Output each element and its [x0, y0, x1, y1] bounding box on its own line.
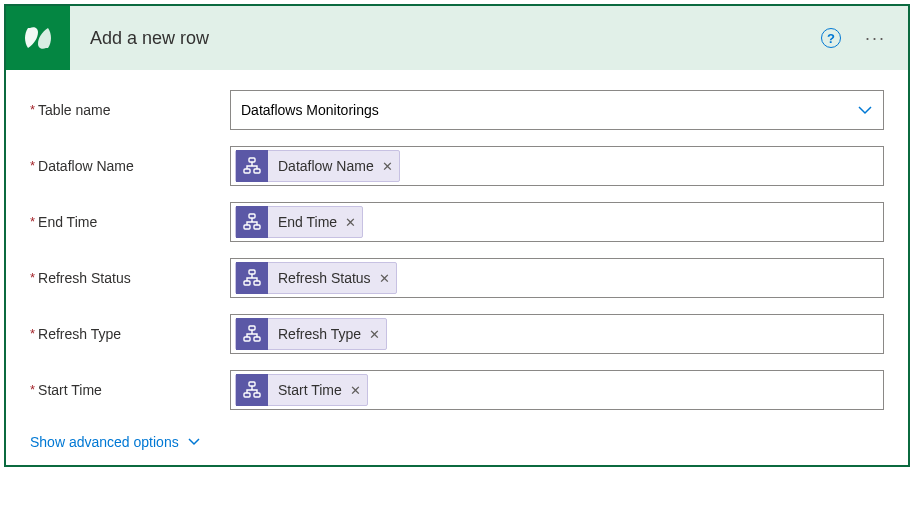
- dynamic-content-icon: [236, 374, 268, 406]
- svg-rect-0: [249, 158, 255, 162]
- dynamic-content-icon: [236, 150, 268, 182]
- svg-rect-6: [249, 270, 255, 274]
- required-marker: *: [30, 158, 35, 173]
- required-marker: *: [30, 102, 35, 117]
- label-text: Refresh Type: [38, 326, 121, 342]
- action-card: Add a new row ? ··· * Table name Dataflo…: [4, 4, 910, 467]
- remove-token-icon[interactable]: ✕: [382, 159, 393, 174]
- svg-rect-7: [244, 281, 250, 285]
- token-label: Dataflow Name: [278, 158, 374, 174]
- row-refresh-status: * Refresh Status Refresh Status ✕: [30, 258, 884, 298]
- label-text: Refresh Status: [38, 270, 131, 286]
- dataverse-icon: [20, 20, 56, 56]
- token-label: End Time: [278, 214, 337, 230]
- required-marker: *: [30, 382, 35, 397]
- card-header[interactable]: Add a new row ? ···: [6, 6, 908, 70]
- chevron-down-icon: [857, 102, 873, 118]
- start-time-input[interactable]: Start Time ✕: [230, 370, 884, 410]
- card-title[interactable]: Add a new row: [70, 28, 821, 49]
- refresh-status-input[interactable]: Refresh Status ✕: [230, 258, 884, 298]
- remove-token-icon[interactable]: ✕: [379, 271, 390, 286]
- more-menu-icon[interactable]: ···: [859, 28, 892, 49]
- svg-rect-9: [249, 326, 255, 330]
- remove-token-icon[interactable]: ✕: [350, 383, 361, 398]
- dataflow-name-input[interactable]: Dataflow Name ✕: [230, 146, 884, 186]
- label-text: End Time: [38, 214, 97, 230]
- remove-token-icon[interactable]: ✕: [345, 215, 356, 230]
- required-marker: *: [30, 326, 35, 341]
- label-text: Table name: [38, 102, 110, 118]
- required-marker: *: [30, 214, 35, 229]
- table-name-value: Dataflows Monitorings: [241, 102, 379, 118]
- refresh-type-input[interactable]: Refresh Type ✕: [230, 314, 884, 354]
- label-start-time: * Start Time: [30, 382, 230, 398]
- card-body: * Table name Dataflows Monitorings * Dat…: [6, 70, 908, 465]
- svg-rect-13: [244, 393, 250, 397]
- label-refresh-type: * Refresh Type: [30, 326, 230, 342]
- svg-rect-10: [244, 337, 250, 341]
- help-icon[interactable]: ?: [821, 28, 841, 48]
- svg-rect-1: [244, 169, 250, 173]
- end-time-input[interactable]: End Time ✕: [230, 202, 884, 242]
- svg-rect-4: [244, 225, 250, 229]
- dynamic-content-icon: [236, 262, 268, 294]
- dynamic-content-icon: [236, 206, 268, 238]
- table-name-select[interactable]: Dataflows Monitorings: [230, 90, 884, 130]
- svg-rect-5: [254, 225, 260, 229]
- chevron-down-icon: [187, 435, 201, 449]
- token-label: Refresh Status: [278, 270, 371, 286]
- row-dataflow-name: * Dataflow Name Dataflow Name ✕: [30, 146, 884, 186]
- row-table-name: * Table name Dataflows Monitorings: [30, 90, 884, 130]
- label-text: Start Time: [38, 382, 102, 398]
- label-dataflow-name: * Dataflow Name: [30, 158, 230, 174]
- label-end-time: * End Time: [30, 214, 230, 230]
- token-refresh-type[interactable]: Refresh Type ✕: [235, 318, 387, 350]
- connector-icon: [6, 6, 70, 70]
- svg-rect-3: [249, 214, 255, 218]
- show-advanced-options-link[interactable]: Show advanced options: [30, 434, 201, 450]
- token-end-time[interactable]: End Time ✕: [235, 206, 363, 238]
- required-marker: *: [30, 270, 35, 285]
- token-label: Start Time: [278, 382, 342, 398]
- token-label: Refresh Type: [278, 326, 361, 342]
- label-table-name: * Table name: [30, 102, 230, 118]
- dynamic-content-icon: [236, 318, 268, 350]
- label-text: Dataflow Name: [38, 158, 134, 174]
- row-start-time: * Start Time Start Time ✕: [30, 370, 884, 410]
- label-refresh-status: * Refresh Status: [30, 270, 230, 286]
- svg-rect-12: [249, 382, 255, 386]
- row-end-time: * End Time End Time ✕: [30, 202, 884, 242]
- svg-rect-14: [254, 393, 260, 397]
- token-refresh-status[interactable]: Refresh Status ✕: [235, 262, 397, 294]
- token-start-time[interactable]: Start Time ✕: [235, 374, 368, 406]
- remove-token-icon[interactable]: ✕: [369, 327, 380, 342]
- row-refresh-type: * Refresh Type Refresh Type ✕: [30, 314, 884, 354]
- svg-rect-11: [254, 337, 260, 341]
- advanced-options-label: Show advanced options: [30, 434, 179, 450]
- token-dataflow-name[interactable]: Dataflow Name ✕: [235, 150, 400, 182]
- svg-rect-8: [254, 281, 260, 285]
- svg-rect-2: [254, 169, 260, 173]
